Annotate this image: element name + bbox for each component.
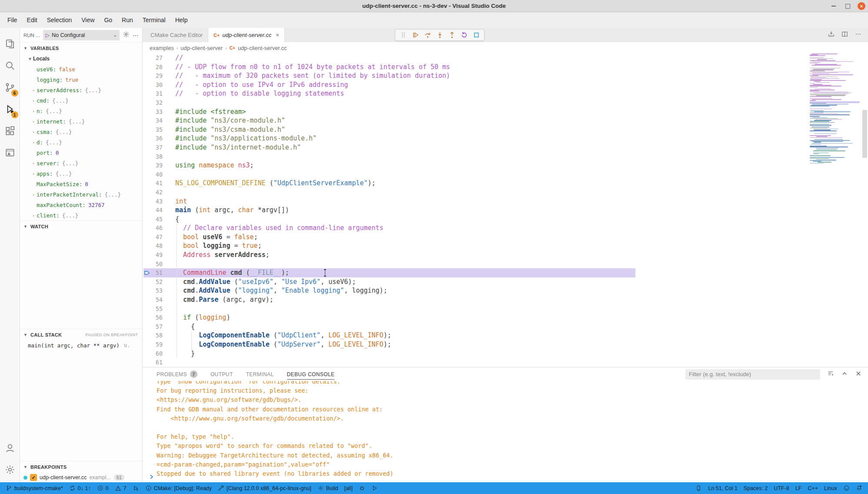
- status-linux[interactable]: Linux: [821, 482, 840, 494]
- code-line[interactable]: 47 bool useV6 = false;: [143, 233, 868, 242]
- line-number[interactable]: 45: [143, 215, 163, 224]
- line-number[interactable]: 28: [143, 63, 163, 72]
- line-number[interactable]: 61: [143, 358, 163, 367]
- source-control-activity-item[interactable]: 6: [0, 77, 20, 98]
- code-line[interactable]: 51 CommandLine cmd (__FILE__);: [143, 268, 868, 277]
- variable-row[interactable]: ›cmd:{...}: [20, 95, 142, 106]
- status-ln-51-col-1[interactable]: Ln 51, Col 1: [705, 482, 740, 494]
- close-button[interactable]: ×: [858, 2, 865, 10]
- debug-console[interactable]: Type "show configuration" for configurat…: [143, 381, 868, 482]
- line-number[interactable]: 42: [143, 188, 163, 197]
- code-line[interactable]: 53 cmd.AddValue ("logging", "Enable logg…: [143, 286, 868, 295]
- code-line[interactable]: 56 if (logging): [143, 313, 868, 322]
- scrollbar-thumb[interactable]: [862, 110, 867, 158]
- menu-item-help[interactable]: Help: [170, 12, 193, 28]
- line-number[interactable]: 34: [143, 116, 163, 125]
- line-number[interactable]: 39: [143, 161, 163, 170]
- more-actions-icon[interactable]: ⋯: [133, 32, 139, 39]
- more-actions-icon[interactable]: [855, 30, 862, 40]
- code-line[interactable]: 28// - UDP flow from n0 to n1 of 1024 by…: [143, 63, 868, 72]
- clear-console-icon[interactable]: [827, 370, 834, 379]
- menu-item-go[interactable]: Go: [99, 12, 117, 28]
- variable-row[interactable]: ›serverAddress:{...}: [20, 85, 142, 95]
- console-filter-input[interactable]: [685, 369, 820, 380]
- variable-row[interactable]: port:0: [20, 147, 142, 158]
- code-line[interactable]: 35#include "ns3/csma-module.h": [143, 125, 868, 134]
- status-c++[interactable]: C++: [805, 482, 821, 494]
- restart-button[interactable]: [459, 30, 469, 40]
- line-number[interactable]: 59: [143, 340, 163, 349]
- code-line[interactable]: 30// - option to use IPv4 or IPv6 addres…: [143, 80, 868, 90]
- status-warning[interactable]: 7: [112, 482, 130, 494]
- launch-config-dropdown[interactable]: ▷ No Configural ⌄: [43, 30, 120, 40]
- code-line[interactable]: 58 LogComponentEnable ("UdpClient", LOG_…: [143, 331, 868, 340]
- variable-row[interactable]: ›interPacketInterval:{...}: [20, 189, 142, 200]
- line-number[interactable]: 32: [143, 98, 163, 107]
- explorer-activity-item[interactable]: [0, 33, 20, 55]
- tab-udp-client-server-cc[interactable]: C+udp-client-server.cc×: [208, 28, 285, 42]
- status-gear[interactable]: Build: [314, 482, 341, 494]
- line-number[interactable]: 40: [143, 170, 163, 179]
- status-tools[interactable]: [Clang 12.0.0 x86_64-pc-linux-gnu]: [215, 482, 314, 494]
- code-line[interactable]: 49 Address serverAddress;: [143, 250, 868, 260]
- line-number[interactable]: 30: [143, 80, 163, 90]
- status-utf-8[interactable]: UTF-8: [771, 482, 792, 494]
- panel-tab-debug-console[interactable]: DEBUG CONSOLE: [287, 367, 335, 381]
- line-number[interactable]: 37: [143, 143, 163, 152]
- panel-tab-terminal[interactable]: TERMINAL: [246, 367, 274, 381]
- variable-row[interactable]: ›apps:{...}: [20, 168, 142, 179]
- desktop-download-icon[interactable]: [828, 30, 835, 40]
- code-line[interactable]: 34#include "ns3/core-module.h": [143, 116, 868, 125]
- variable-row[interactable]: ›csma:{...}: [20, 127, 142, 137]
- settings-gear-item[interactable]: [0, 459, 20, 481]
- step-over-button[interactable]: [422, 30, 433, 40]
- status--all-[interactable]: [all]: [341, 482, 355, 494]
- code-line[interactable]: 61: [143, 358, 868, 367]
- code-line[interactable]: 50: [143, 260, 868, 269]
- line-number[interactable]: 38: [143, 152, 163, 161]
- status-spaces-2[interactable]: Spaces: 2: [741, 482, 771, 494]
- line-number[interactable]: 51: [143, 268, 163, 277]
- run-debug-activity-item[interactable]: 1: [0, 98, 20, 120]
- variable-row[interactable]: ›d:{...}: [20, 137, 142, 147]
- collapse-panel-icon[interactable]: [841, 370, 848, 379]
- line-number[interactable]: 60: [143, 349, 163, 358]
- line-number[interactable]: 53: [143, 286, 163, 295]
- line-number[interactable]: 57: [143, 322, 163, 331]
- code-line[interactable]: 46 // Declare variables used in command-…: [143, 224, 868, 233]
- line-number[interactable]: 36: [143, 134, 163, 143]
- line-number[interactable]: 48: [143, 241, 163, 250]
- line-number[interactable]: 46: [143, 224, 163, 233]
- line-number[interactable]: 33: [143, 107, 163, 117]
- status-debug-launch[interactable]: [130, 482, 142, 494]
- account-item[interactable]: [0, 437, 20, 459]
- code-line[interactable]: 31// - option to disable logging stateme…: [143, 89, 868, 98]
- close-icon[interactable]: ×: [276, 32, 279, 38]
- line-number[interactable]: 29: [143, 71, 163, 80]
- code-line[interactable]: 55: [143, 304, 868, 314]
- code-line[interactable]: 38: [143, 152, 868, 161]
- line-number[interactable]: 44: [143, 206, 163, 215]
- gear-icon[interactable]: [123, 31, 130, 39]
- code-line[interactable]: 37#include "ns3/internet-module.h": [143, 143, 868, 152]
- status-error[interactable]: 0: [94, 482, 112, 494]
- line-number[interactable]: 50: [143, 260, 163, 269]
- status-branch[interactable]: buildsystem-cmake*: [3, 482, 66, 494]
- close-panel-icon[interactable]: [855, 370, 862, 379]
- code-line[interactable]: 57 {: [143, 322, 868, 331]
- search-activity-item[interactable]: [0, 55, 20, 77]
- variable-row[interactable]: maxPacketCount:32767: [20, 200, 142, 210]
- step-out-button[interactable]: [447, 30, 457, 40]
- tab-cmake-cache-editor[interactable]: CMake Cache Editor: [143, 28, 208, 42]
- code-line[interactable]: 40: [143, 170, 868, 179]
- locals-group[interactable]: ▼ Locals: [20, 53, 142, 64]
- menu-item-file[interactable]: File: [3, 12, 22, 28]
- code-line[interactable]: 33#include <fstream>: [143, 107, 868, 117]
- line-number[interactable]: 35: [143, 125, 163, 134]
- status-play-outline[interactable]: [368, 482, 381, 494]
- line-number[interactable]: 27: [143, 53, 163, 63]
- code-line[interactable]: 54 cmd.Parse (argc, argv);: [143, 295, 868, 304]
- breakpoint-checkbox[interactable]: ✓: [30, 474, 37, 481]
- menu-item-selection[interactable]: Selection: [42, 12, 77, 28]
- variable-row[interactable]: ›server:{...}: [20, 158, 142, 168]
